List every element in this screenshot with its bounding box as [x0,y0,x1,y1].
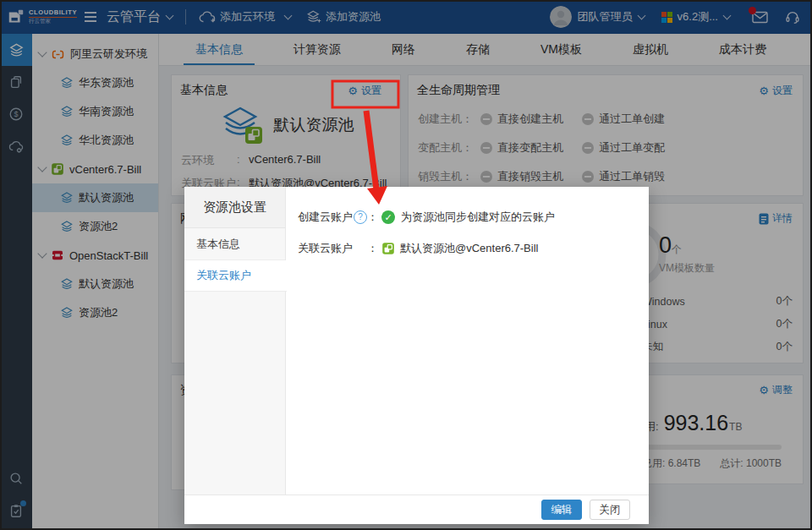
modal-tab-basic-info[interactable]: 基本信息 [184,228,285,260]
modal-sidebar: 资源池设置 基本信息 关联云账户 [184,187,286,494]
vsphere-icon [381,242,395,255]
app-window: CLOUDBILITY 行云管家 云管平台 添加云环境 [0,0,812,530]
modal-row-value: 默认资源池@vCenter6.7-Bill [400,241,538,256]
close-button[interactable]: 关闭 [590,500,630,520]
modal-row-value: 为资源池同步创建对应的云账户 [401,210,555,225]
resource-pool-settings-modal: 资源池设置 基本信息 关联云账户 创建云账户 ? ： ✓ 为资源池同步创建对应的… [184,187,649,524]
help-icon[interactable]: ? [354,210,367,224]
modal-title: 资源池设置 [184,187,285,228]
modal-footer: 编辑 关闭 [184,494,649,524]
modal-row-linked-cloud-account: 关联云账户 ： 默认资源池@vCenter6.7-Bill [298,241,538,256]
modal-row-create-cloud-account: 创建云账户 ? ： ✓ 为资源池同步创建对应的云账户 [298,210,555,225]
check-circle-icon: ✓ [381,210,395,224]
edit-button[interactable]: 编辑 [541,500,582,520]
modal-tab-linked-cloud-account[interactable]: 关联云账户 [184,260,287,292]
